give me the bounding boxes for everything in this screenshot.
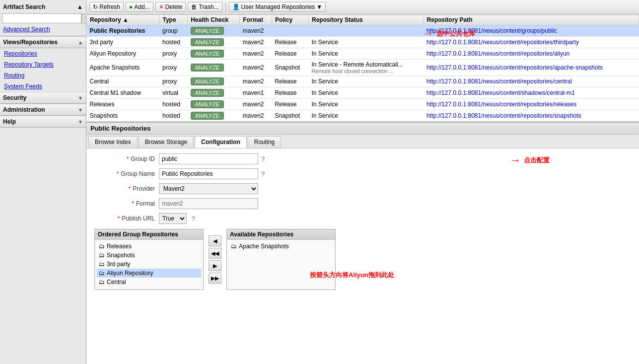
advanced-search-link[interactable]: Advanced Search (2, 25, 84, 34)
user-managed-button[interactable]: 👤 User Managed Repositories ▼ (229, 2, 326, 12)
main-container: ↻ Refresh ● Add... ✕ Delete 🗑 Trash... 👤… (86, 0, 639, 364)
refresh-button[interactable]: ↻ Refresh (89, 2, 124, 12)
repo-policy-cell: Release (272, 37, 308, 48)
repo-path-link[interactable]: http://127.0.0.1:8081/nexus/content/repo… (426, 101, 576, 108)
list-item-aliyun[interactable]: 🗂 Aliyun Repository (97, 269, 201, 278)
group-id-input[interactable] (159, 153, 258, 164)
col-header-path[interactable]: Repository Path (424, 15, 639, 25)
repo-path-link[interactable]: http://127.0.0.1:8081/nexus/content/repo… (426, 112, 581, 119)
repo-path-link[interactable]: http://127.0.0.1:8081/nexus/content/grou… (426, 27, 557, 34)
tab-configuration[interactable]: Configuration (195, 136, 247, 148)
required-star3: * (129, 185, 131, 192)
repo-path-link[interactable]: http://127.0.0.1:8081/nexus/content/repo… (426, 64, 603, 71)
table-row[interactable]: Public RepositoriesgroupANALYZEmaven2htt… (87, 25, 639, 37)
tab-browse-storage[interactable]: Browse Storage (139, 136, 194, 148)
administration-header[interactable]: Administration ▼ (0, 104, 86, 116)
analyze-button[interactable]: ANALYZE (191, 64, 224, 72)
repo-type-cell: hosted (159, 37, 188, 48)
col-header-format[interactable]: Format (240, 15, 272, 25)
col-header-policy[interactable]: Policy (272, 15, 308, 25)
repo-status-cell: In Service - Remote Automaticall...Remot… (309, 60, 424, 76)
repo-path-link[interactable]: http://127.0.0.1:8081/nexus/content/repo… (426, 50, 569, 57)
help-header[interactable]: Help ▼ (0, 116, 86, 128)
repo-path-link[interactable]: http://127.0.0.1:8081/nexus/content/shad… (426, 89, 575, 96)
sidebar-item-repository-targets[interactable]: Repository Targets (0, 59, 86, 70)
repo-name-cell: Central M1 shadow (87, 87, 159, 99)
analyze-button[interactable]: ANALYZE (191, 38, 224, 46)
config-form: *Group ID ? *Group Name ? *Provider (86, 148, 639, 364)
repo-health-check-cell: ANALYZE (188, 99, 240, 110)
repo-path-link[interactable]: http://127.0.0.1:8081/nexus/content/repo… (426, 78, 572, 85)
toolbar: ↻ Refresh ● Add... ✕ Delete 🗑 Trash... 👤… (86, 0, 639, 14)
move-down-button[interactable]: ▶ (209, 260, 221, 271)
col-header-type[interactable]: Type (159, 15, 188, 25)
move-top-button[interactable]: ◀◀ (209, 248, 221, 259)
analyze-button[interactable]: ANALYZE (191, 89, 224, 97)
analyze-button[interactable]: ANALYZE (191, 100, 224, 108)
refresh-icon: ↻ (93, 3, 98, 10)
search-input[interactable] (2, 13, 81, 23)
group-name-input[interactable] (159, 168, 258, 179)
table-row[interactable]: SnapshotshostedANALYZEmaven2SnapshotIn S… (87, 110, 639, 122)
tab-routing[interactable]: Routing (248, 136, 281, 148)
col-header-repository[interactable]: Repository ▲ (87, 15, 159, 25)
repo-path-link[interactable]: http://127.0.0.1:8081/nexus/content/repo… (426, 39, 579, 46)
required-star4: * (132, 200, 134, 207)
sidebar-item-repositories[interactable]: Repositories (0, 48, 86, 59)
artifact-search-collapse-icon[interactable]: ▲ (77, 3, 83, 10)
repo-icon: 🗂 (99, 252, 105, 259)
repo-type-cell: hosted (159, 99, 188, 110)
table-row[interactable]: Aliyun RepositoryproxyANALYZEmaven2Relea… (87, 48, 639, 60)
repo-name-cell: Central (87, 76, 159, 87)
repo-icon: 🗂 (99, 261, 105, 268)
list-item[interactable]: 🗂 Central (97, 278, 201, 287)
repo-health-check-cell: ANALYZE (188, 110, 240, 122)
list-item[interactable]: 🗂 Releases (97, 242, 201, 251)
analyze-button[interactable]: ANALYZE (191, 112, 224, 120)
trash-button[interactable]: 🗑 Trash... (188, 2, 222, 12)
views-repos-arrow-icon: ▲ (78, 40, 83, 45)
analyze-button[interactable]: ANALYZE (191, 50, 224, 58)
repo-path-cell: http://127.0.0.1:8081/nexus/content/grou… (424, 25, 639, 37)
provider-select[interactable]: Maven2 (159, 183, 258, 194)
repo-path-cell: http://127.0.0.1:8081/nexus/content/repo… (424, 37, 639, 48)
sidebar: Artifact Search ▲ 🔍 Advanced Search View… (0, 0, 86, 364)
list-item-apache[interactable]: 🗂 Apache Snapshots (229, 242, 333, 251)
col-header-health-check[interactable]: Health Check (188, 15, 240, 25)
add-button[interactable]: ● Add... (126, 2, 153, 12)
list-item[interactable]: 🗂 Snapshots (97, 251, 201, 260)
repo-status-cell: In Service (309, 76, 424, 87)
col-header-status[interactable]: Repository Status (309, 15, 424, 25)
group-name-help-icon[interactable]: ? (261, 170, 265, 178)
repo-policy-cell: Release (272, 87, 308, 99)
repo-health-check-cell: ANALYZE (188, 37, 240, 48)
move-bottom-button[interactable]: ▶▶ (209, 273, 221, 284)
publish-url-help-icon[interactable]: ? (192, 215, 195, 222)
views-repos-header[interactable]: Views/Repositories ▲ (0, 36, 86, 48)
artifact-search-section: Artifact Search ▲ 🔍 Advanced Search (0, 0, 86, 36)
repo-type-cell: proxy (159, 60, 188, 76)
list-item[interactable]: 🗂 3rd party (97, 260, 201, 269)
repo-health-check-cell: ANALYZE (188, 60, 240, 76)
delete-button[interactable]: ✕ Delete (155, 2, 186, 12)
analyze-button[interactable]: ANALYZE (191, 77, 224, 85)
move-up-button[interactable]: ◀ (209, 235, 221, 246)
item-label: Apache Snapshots (239, 243, 289, 250)
publish-url-select[interactable]: True False (159, 213, 187, 224)
security-header[interactable]: Security ▼ (0, 92, 86, 104)
repo-name-cell: Aliyun Repository (87, 48, 159, 60)
table-row[interactable]: CentralproxyANALYZEmaven2ReleaseIn Servi… (87, 76, 639, 87)
table-row[interactable]: 3rd partyhostedANALYZEmaven2ReleaseIn Se… (87, 37, 639, 48)
repo-icon: 🗂 (99, 270, 105, 277)
tab-browse-index[interactable]: Browse Index (88, 136, 138, 148)
sidebar-item-routing[interactable]: Routing (0, 70, 86, 81)
table-row[interactable]: Central M1 shadowvirtualANALYZEmaven1Rel… (87, 87, 639, 99)
table-row[interactable]: Apache SnapshotsproxyANALYZEmaven2Snapsh… (87, 60, 639, 76)
group-name-label: *Group Name (94, 170, 159, 177)
sidebar-item-system-feeds[interactable]: System Feeds (0, 81, 86, 92)
table-row[interactable]: ReleaseshostedANALYZEmaven2ReleaseIn Ser… (87, 99, 639, 110)
views-repos-nav: Repositories Repository Targets Routing … (0, 48, 86, 92)
analyze-button[interactable]: ANALYZE (191, 27, 224, 35)
repo-path-cell: http://127.0.0.1:8081/nexus/content/repo… (424, 110, 639, 122)
group-id-help-icon[interactable]: ? (261, 155, 265, 163)
